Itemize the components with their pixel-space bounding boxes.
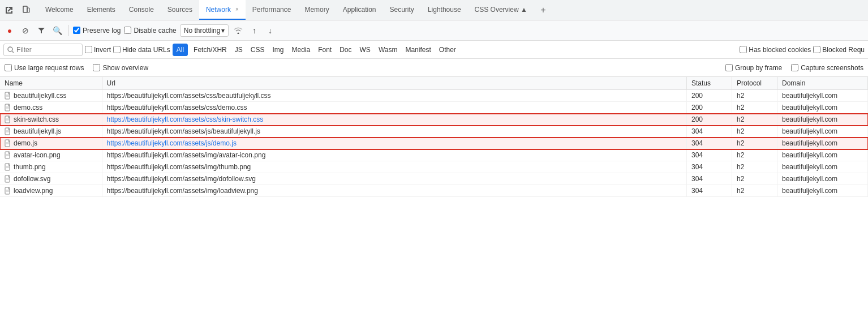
svg-rect-0 [23,6,27,12]
hide-data-urls-checkbox[interactable] [113,46,121,53]
tab-lighthouse[interactable]: Lighthouse [421,0,468,20]
cell-domain: beautifuljekyll.com [777,149,868,161]
disable-cache-checkbox[interactable] [124,27,131,34]
blocked-req-label[interactable]: Blocked Requ [813,46,865,54]
filter-type-css[interactable]: CSS [247,45,268,54]
preserve-log-checkbox[interactable] [73,27,80,34]
throttling-label: No throttling [184,27,221,35]
tab-bar: WelcomeElementsConsoleSourcesNetwork×Per… [0,0,868,20]
table-row[interactable]: beautifuljekyll.jshttps://beautifuljekyl… [0,126,868,138]
large-rows-checkbox[interactable] [5,64,12,71]
tab-memory[interactable]: Memory [298,0,336,20]
cell-protocol: h2 [732,114,777,126]
table-row[interactable]: dofollow.svghttps://beautifuljekyll.com/… [0,173,868,185]
cell-name: beautifuljekyll.js [0,126,102,138]
filter-type-js[interactable]: JS [231,45,246,54]
cell-name: dofollow.svg [0,173,102,185]
cell-status: 304 [687,138,732,149]
hide-data-urls-text: Hide data URLs [122,46,170,54]
large-rows-label[interactable]: Use large request rows [5,64,84,72]
table-row[interactable]: demo.csshttps://beautifuljekyll.com/asse… [0,102,868,114]
tab-close-icon[interactable]: × [235,6,239,12]
group-by-frame-label[interactable]: Group by frame [725,64,782,72]
header-protocol[interactable]: Protocol [732,77,777,90]
filter-type-media[interactable]: Media [288,45,313,54]
table-row[interactable]: beautifuljekyll.csshttps://beautifuljeky… [0,90,868,102]
has-blocked-cookies-checkbox[interactable] [740,46,747,53]
tab-performance[interactable]: Performance [246,0,298,20]
preserve-log-text: Preserve log [83,27,121,35]
network-table: Name Url Status Protocol Domain beautifu… [0,77,868,197]
invert-checkbox[interactable] [85,46,92,53]
cell-name: demo.css [0,102,102,114]
row-filename: demo.css [14,104,42,112]
filter-type-other[interactable]: Other [436,45,459,54]
file-icon [5,163,11,171]
options-right: Group by frame Capture screenshots [725,64,863,72]
options-left: Use large request rows Show overview [5,64,148,72]
large-rows-text: Use large request rows [14,64,84,72]
filter-bar: Invert Hide data URLs All Fetch/XHRJSCSS… [0,41,868,59]
filter-input[interactable] [16,46,73,54]
cell-status: 304 [687,149,732,161]
filter-type-font[interactable]: Font [315,45,335,54]
disable-cache-text: Disable cache [134,27,176,35]
tab-console[interactable]: Console [122,0,161,20]
header-domain[interactable]: Domain [777,77,868,90]
clear-button[interactable]: ⊘ [19,24,32,37]
show-overview-label[interactable]: Show overview [93,64,148,72]
filter-icon-button[interactable] [35,24,48,37]
capture-screenshots-label[interactable]: Capture screenshots [791,64,863,72]
blocked-req-checkbox[interactable] [813,46,820,53]
download-icon[interactable]: ↓ [264,24,276,37]
device-icon[interactable] [19,3,33,17]
table-row[interactable]: demo.jshttps://beautifuljekyll.com/asset… [0,138,868,149]
header-name[interactable]: Name [0,77,102,90]
inspect-icon[interactable] [2,3,16,17]
tab-application[interactable]: Application [336,0,383,20]
row-filename: avatar-icon.png [14,151,61,159]
wifi-icon[interactable] [232,24,244,37]
toolbar-divider-1 [68,25,68,36]
options-row: Use large request rows Show overview Gro… [0,59,868,77]
filter-type-img[interactable]: Img [269,45,287,54]
upload-icon[interactable]: ↑ [248,24,260,37]
file-icon [5,139,11,147]
filter-type-doc[interactable]: Doc [336,45,355,54]
add-tab-button[interactable]: + [536,3,550,17]
capture-screenshots-checkbox[interactable] [791,64,798,71]
table-row[interactable]: avatar-icon.pnghttps://beautifuljekyll.c… [0,149,868,161]
table-row[interactable]: loadview.pnghttps://beautifuljekyll.com/… [0,185,868,197]
tab-elements[interactable]: Elements [80,0,122,20]
tab-sources[interactable]: Sources [161,0,199,20]
filter-type-ws[interactable]: WS [356,45,374,54]
cell-url: https://beautifuljekyll.com/assets/css/d… [102,102,687,114]
tab-network[interactable]: Network× [199,0,246,20]
header-url[interactable]: Url [102,77,687,90]
row-filename: beautifuljekyll.css [14,92,66,100]
tab-security[interactable]: Security [383,0,421,20]
invert-label[interactable]: Invert [85,46,111,54]
preserve-log-label[interactable]: Preserve log [73,27,121,35]
tab-welcome[interactable]: Welcome [38,0,80,20]
cell-protocol: h2 [732,185,777,197]
filter-type-wasm[interactable]: Wasm [375,45,401,54]
filter-type-fetch/xhr[interactable]: Fetch/XHR [190,45,230,54]
group-by-frame-checkbox[interactable] [725,64,733,71]
search-button[interactable]: 🔍 [51,24,63,37]
table-row[interactable]: thumb.pnghttps://beautifuljekyll.com/ass… [0,161,868,173]
disable-cache-label[interactable]: Disable cache [124,27,176,35]
tab-css-overview-▲[interactable]: CSS Overview ▲ [468,0,534,20]
throttling-select[interactable]: No throttling ▾ [180,24,229,37]
filter-type-manifest[interactable]: Manifest [402,45,434,54]
has-blocked-cookies-label[interactable]: Has blocked cookies [740,46,811,54]
table-row[interactable]: skin-switch.csshttps://beautifuljekyll.c… [0,114,868,126]
show-overview-checkbox[interactable] [93,64,100,71]
record-button[interactable]: ● [3,24,16,37]
cell-protocol: h2 [732,138,777,149]
file-icon [5,127,11,135]
header-status[interactable]: Status [687,77,732,90]
svg-rect-7 [5,104,10,111]
filter-all-button[interactable]: All [173,44,188,56]
hide-data-urls-label[interactable]: Hide data URLs [113,46,170,54]
